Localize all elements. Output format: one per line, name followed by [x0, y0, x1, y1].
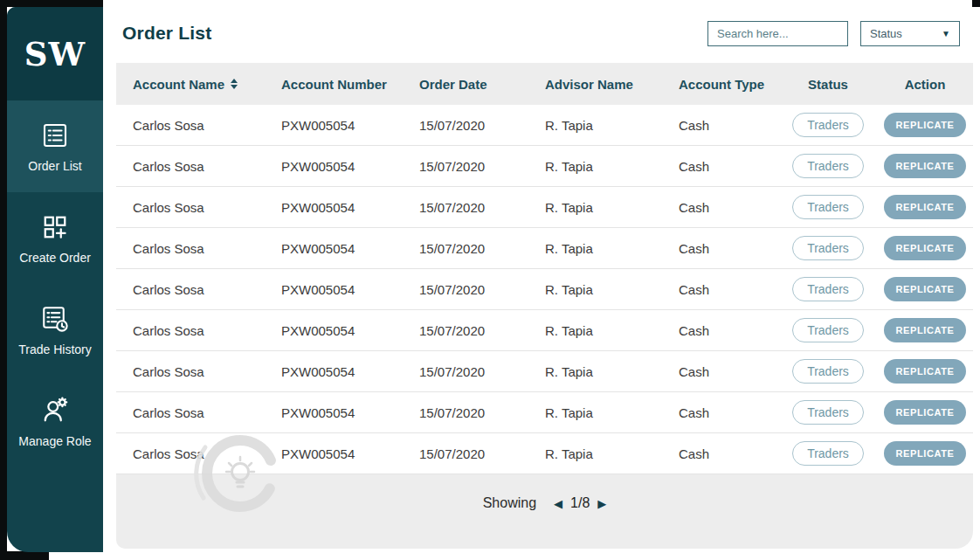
- replicate-button[interactable]: REPLICATE: [884, 236, 967, 260]
- column-header-status: Status: [779, 77, 877, 92]
- replicate-button[interactable]: REPLICATE: [884, 154, 967, 178]
- cell-account-number: PXW005054: [281, 364, 419, 379]
- cell-account-number: PXW005054: [281, 446, 419, 461]
- cell-order-date: 15/07/2020: [419, 405, 545, 420]
- cell-account-number: PXW005054: [281, 405, 419, 420]
- replicate-button[interactable]: REPLICATE: [884, 195, 967, 219]
- trade-history-icon: [39, 303, 71, 335]
- cell-order-date: 15/07/2020: [419, 323, 545, 338]
- table-row: Carlos Sosa PXW005054 15/07/2020 R. Tapi…: [116, 310, 973, 351]
- cell-account-name: Carlos Sosa: [133, 241, 281, 256]
- cell-account-name: Carlos Sosa: [133, 323, 281, 338]
- main-content: Order List Status ▼ Account Name Account…: [103, 7, 980, 560]
- sort-icon[interactable]: [231, 79, 238, 89]
- cell-advisor-name: R. Tapia: [545, 118, 679, 133]
- cell-account-type: Cash: [679, 282, 779, 297]
- column-header-action: Action: [877, 77, 973, 92]
- cell-account-name: Carlos Sosa: [133, 446, 281, 461]
- status-traders-button[interactable]: Traders: [792, 277, 864, 301]
- status-traders-button[interactable]: Traders: [792, 441, 864, 466]
- table-header-row: Account Name Account Number Order Date A…: [116, 63, 973, 105]
- pagination: Showing ◀ 1/8 ▶: [116, 474, 973, 549]
- chevron-down-icon: ▼: [942, 29, 950, 38]
- sidebar-item-label: Order List: [28, 159, 81, 173]
- sidebar-item-trade-history[interactable]: Trade History: [7, 284, 103, 376]
- status-traders-button[interactable]: Traders: [792, 113, 864, 137]
- table-row: Carlos Sosa PXW005054 15/07/2020 R. Tapi…: [116, 433, 973, 474]
- sidebar-item-label: Trade History: [18, 342, 92, 356]
- replicate-button[interactable]: REPLICATE: [884, 359, 967, 384]
- order-table: Account Name Account Number Order Date A…: [116, 63, 973, 549]
- cell-order-date: 15/07/2020: [419, 118, 545, 133]
- sidebar-item-create-order[interactable]: Create Order: [7, 192, 103, 284]
- create-order-icon: [39, 211, 71, 243]
- replicate-button[interactable]: REPLICATE: [884, 318, 967, 342]
- status-traders-button[interactable]: Traders: [792, 154, 864, 178]
- status-traders-button[interactable]: Traders: [792, 195, 864, 219]
- cell-account-number: PXW005054: [281, 241, 419, 256]
- cell-order-date: 15/07/2020: [419, 200, 545, 215]
- table-row: Carlos Sosa PXW005054 15/07/2020 R. Tapi…: [116, 228, 973, 269]
- column-header-account-name: Account Name: [133, 77, 281, 92]
- replicate-button[interactable]: REPLICATE: [884, 113, 967, 137]
- table-row: Carlos Sosa PXW005054 15/07/2020 R. Tapi…: [116, 392, 973, 433]
- cell-account-name: Carlos Sosa: [133, 282, 281, 297]
- cell-advisor-name: R. Tapia: [545, 159, 679, 174]
- cell-account-type: Cash: [679, 118, 779, 133]
- sidebar: SW Order List Create Order: [7, 7, 103, 552]
- sidebar-item-label: Manage Role: [18, 434, 91, 448]
- cell-order-date: 15/07/2020: [419, 446, 545, 461]
- page-indicator: 1/8: [570, 495, 590, 511]
- cell-advisor-name: R. Tapia: [545, 446, 679, 461]
- frame-left-bar: [0, 0, 7, 560]
- status-traders-button[interactable]: Traders: [792, 359, 864, 384]
- prev-page-button[interactable]: ◀: [554, 497, 562, 510]
- table-row: Carlos Sosa PXW005054 15/07/2020 R. Tapi…: [116, 351, 973, 392]
- cell-account-name: Carlos Sosa: [133, 364, 281, 379]
- status-traders-button[interactable]: Traders: [792, 236, 864, 260]
- cell-advisor-name: R. Tapia: [545, 405, 679, 420]
- replicate-button[interactable]: REPLICATE: [884, 400, 967, 425]
- status-traders-button[interactable]: Traders: [792, 318, 864, 342]
- cell-account-type: Cash: [679, 364, 779, 379]
- cell-account-name: Carlos Sosa: [133, 200, 281, 215]
- order-list-icon: [39, 120, 71, 151]
- status-traders-button[interactable]: Traders: [792, 400, 864, 425]
- logo: SW: [7, 7, 103, 100]
- replicate-button[interactable]: REPLICATE: [884, 277, 967, 301]
- cell-account-type: Cash: [679, 159, 779, 174]
- search-input[interactable]: [708, 27, 874, 40]
- table-row: Carlos Sosa PXW005054 15/07/2020 R. Tapi…: [116, 146, 973, 187]
- cell-account-number: PXW005054: [281, 323, 419, 338]
- cell-advisor-name: R. Tapia: [545, 364, 679, 379]
- search-box: [707, 21, 848, 46]
- table-row: Carlos Sosa PXW005054 15/07/2020 R. Tapi…: [116, 187, 973, 228]
- sidebar-item-manage-role[interactable]: Manage Role: [7, 376, 103, 467]
- cell-account-number: PXW005054: [281, 118, 419, 133]
- cell-account-name: Carlos Sosa: [133, 118, 281, 133]
- column-header-order-date: Order Date: [419, 77, 545, 92]
- next-page-button[interactable]: ▶: [597, 497, 606, 510]
- sidebar-item-order-list[interactable]: Order List: [7, 100, 103, 192]
- table-row: Carlos Sosa PXW005054 15/07/2020 R. Tapi…: [116, 269, 973, 310]
- cell-account-number: PXW005054: [281, 282, 419, 297]
- showing-label: Showing: [483, 495, 536, 511]
- cell-order-date: 15/07/2020: [419, 282, 545, 297]
- cell-account-name: Carlos Sosa: [133, 405, 281, 420]
- cell-order-date: 15/07/2020: [419, 364, 545, 379]
- cell-account-name: Carlos Sosa: [133, 159, 281, 174]
- cell-account-type: Cash: [679, 405, 779, 420]
- cell-advisor-name: R. Tapia: [545, 241, 679, 256]
- frame-bottom-left-bar: [0, 551, 49, 560]
- cell-order-date: 15/07/2020: [419, 159, 545, 174]
- page-title: Order List: [122, 23, 211, 44]
- table-row: Carlos Sosa PXW005054 15/07/2020 R. Tapi…: [116, 105, 973, 146]
- cell-account-type: Cash: [679, 241, 779, 256]
- cell-advisor-name: R. Tapia: [545, 323, 679, 338]
- logo-text: SW: [24, 35, 86, 73]
- cell-account-type: Cash: [679, 446, 779, 461]
- status-filter-dropdown[interactable]: Status ▼: [860, 21, 960, 46]
- cell-account-number: PXW005054: [281, 159, 419, 174]
- replicate-button[interactable]: REPLICATE: [884, 441, 967, 466]
- column-header-advisor-name: Advisor Name: [545, 77, 679, 92]
